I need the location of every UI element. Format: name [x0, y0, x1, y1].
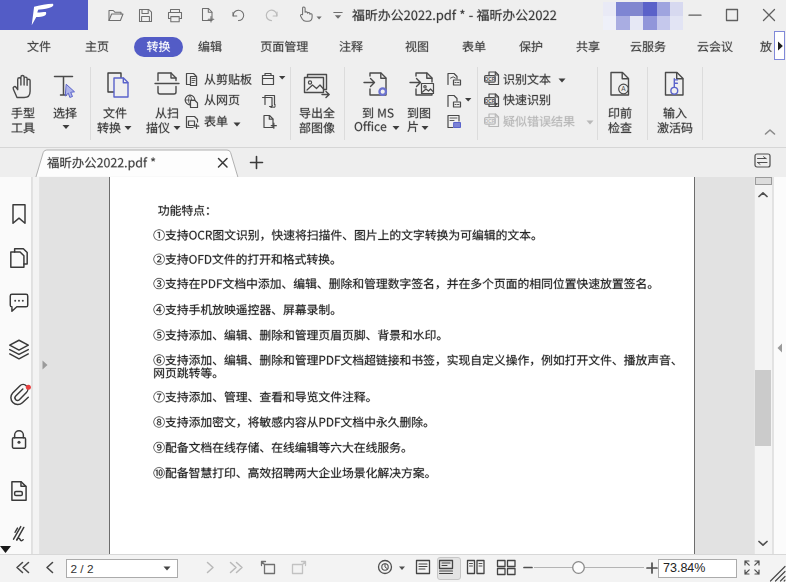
- svg-text:OCR: OCR: [485, 98, 496, 103]
- svg-text:OCR: OCR: [485, 119, 496, 124]
- svg-text:OCR: OCR: [485, 77, 496, 82]
- svg-text:A: A: [621, 85, 626, 92]
